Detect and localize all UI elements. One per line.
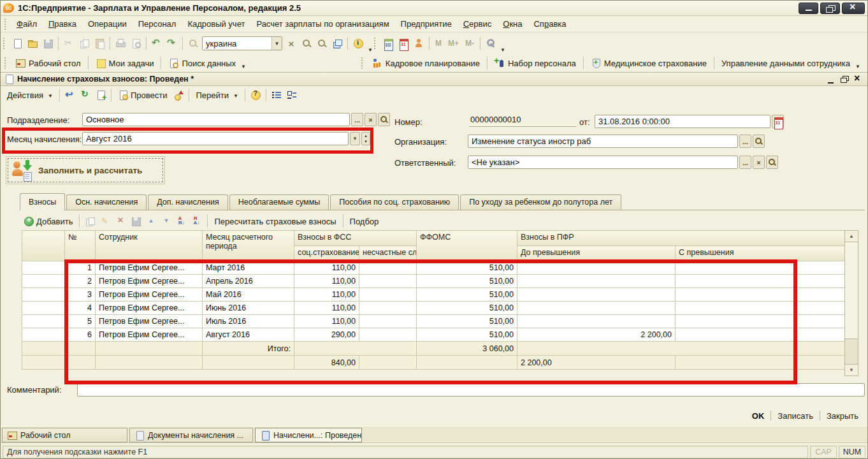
table-row[interactable]: 6 Петров Ефим Сергее...Август 2016 290,0… xyxy=(22,328,845,342)
taskbar-tab-desktop[interactable]: Рабочий стол xyxy=(2,428,127,442)
department-choose-button[interactable]: ... xyxy=(351,113,363,126)
menu-file[interactable]: Файл xyxy=(11,17,43,31)
goto-menu-button[interactable]: Перейти▼ xyxy=(192,89,242,101)
edit-row-button[interactable] xyxy=(98,214,113,229)
memory-recall-button[interactable]: M xyxy=(432,39,445,48)
find-button[interactable] xyxy=(185,36,201,51)
employee-data-button[interactable]: Управление данными сотрудника▼ xyxy=(717,55,865,71)
new-document-button[interactable] xyxy=(10,36,25,51)
tab-contributions[interactable]: Взносы xyxy=(20,193,65,210)
search-dropdown-button[interactable]: ▼ xyxy=(271,37,282,50)
memory-add-button[interactable]: M+ xyxy=(445,39,462,48)
end-edit-button[interactable] xyxy=(128,214,143,229)
document-settings-button[interactable] xyxy=(284,87,300,103)
responsible-clear-button[interactable]: × xyxy=(753,156,765,169)
organization-open-button[interactable] xyxy=(753,135,765,148)
table-row[interactable]: 2 Петров Ефим Сергее...Апрель 2016 110,0… xyxy=(22,275,845,288)
department-open-button[interactable] xyxy=(378,113,390,126)
table-row[interactable]: 4 Петров Ефим Сергее...Июнь 2016 110,00 … xyxy=(22,302,845,315)
scroll-up-icon[interactable]: ▲ xyxy=(845,231,858,242)
document-structure-button[interactable] xyxy=(269,87,284,103)
recruiting-button[interactable]: Набор персонала xyxy=(490,55,581,71)
minimize-window-button[interactable] xyxy=(799,3,818,14)
post-document-button[interactable]: Провести xyxy=(114,89,171,101)
taskbar-tab-accrual-documents[interactable]: Документы начисления ... xyxy=(129,428,253,442)
info-button[interactable] xyxy=(351,36,366,51)
desktop-panel-button[interactable]: Рабочий стол xyxy=(11,55,85,71)
help-button[interactable] xyxy=(248,87,263,103)
tab-social-benefits[interactable]: Пособия по соц. страхованию xyxy=(330,194,459,210)
find-previous-button[interactable] xyxy=(314,36,329,51)
menu-windows[interactable]: Окна xyxy=(497,17,528,31)
menu-enterprise[interactable]: Предприятие xyxy=(395,17,458,31)
scroll-down-icon[interactable]: ▼ xyxy=(845,364,858,375)
sort-ascending-button[interactable] xyxy=(174,214,189,229)
open-button[interactable] xyxy=(25,36,40,51)
print-preview-button[interactable] xyxy=(128,36,143,51)
table-row[interactable]: 3 Петров Ефим Сергее...Май 2016 110,00 5… xyxy=(22,288,845,302)
fill-and-calculate-button[interactable]: Заполнить и рассчитать xyxy=(6,156,165,184)
save-button[interactable] xyxy=(40,36,55,51)
close-button[interactable]: Закрыть xyxy=(820,409,865,423)
organization-field[interactable] xyxy=(468,135,738,148)
department-field[interactable] xyxy=(82,113,350,126)
month-dropdown-button[interactable]: ▼ xyxy=(350,132,360,145)
copy-windows-button[interactable] xyxy=(329,36,345,51)
undo-button[interactable] xyxy=(149,36,164,51)
taskbar-tab-current-document[interactable]: Начислени...: Проведен * xyxy=(255,428,362,442)
menu-service[interactable]: Сервис xyxy=(458,17,498,31)
cut-button[interactable] xyxy=(61,36,76,51)
move-row-down-button[interactable] xyxy=(159,214,174,229)
table-row[interactable]: 1 Петров Ефим Сергее...Март 2016 110,00 … xyxy=(22,261,845,275)
calendar-button[interactable] xyxy=(396,36,411,51)
paste-button[interactable] xyxy=(92,36,107,51)
scrollbar-thumb[interactable] xyxy=(845,242,858,339)
copy-row-button[interactable] xyxy=(82,214,98,229)
unpost-document-button[interactable] xyxy=(171,87,186,103)
copy-button[interactable] xyxy=(76,36,92,51)
hr-planning-button[interactable]: Кадровое планирование xyxy=(368,55,484,71)
add-row-button[interactable]: Добавить xyxy=(20,215,76,228)
service-settings-button[interactable] xyxy=(483,36,498,51)
recalculate-contributions-button[interactable]: Пересчитать страховые взносы xyxy=(210,217,340,226)
sort-descending-button[interactable] xyxy=(189,214,205,229)
pick-button[interactable]: Подбор xyxy=(346,217,383,226)
chevron-down-icon[interactable]: ▼ xyxy=(368,47,373,54)
restore-window-button[interactable] xyxy=(820,3,840,14)
restore-document-button[interactable] xyxy=(840,75,849,84)
calculator-button[interactable] xyxy=(380,36,396,51)
memory-subtract-button[interactable]: M- xyxy=(462,39,477,48)
move-row-up-button[interactable] xyxy=(143,214,159,229)
minimize-document-button[interactable] xyxy=(827,75,835,84)
organization-choose-button[interactable]: ... xyxy=(739,135,751,148)
grid-scrollbar[interactable]: ▲ ▼ xyxy=(844,230,858,376)
comment-field[interactable] xyxy=(77,383,865,397)
menu-payroll[interactable]: Расчет зарплаты по организациям xyxy=(250,17,394,31)
scrollbar-track[interactable] xyxy=(845,339,858,364)
actions-menu-button[interactable]: Действия▼ xyxy=(3,89,57,101)
print-button[interactable] xyxy=(113,36,128,51)
find-next-button[interactable] xyxy=(299,36,314,51)
date-calendar-button[interactable] xyxy=(772,115,784,128)
document-date-field[interactable] xyxy=(595,115,770,128)
responsible-open-button[interactable] xyxy=(766,156,778,169)
ok-button[interactable]: OK xyxy=(746,409,771,423)
data-search-button[interactable]: Поиск данных▼ xyxy=(164,55,250,71)
menu-personnel[interactable]: Персонал xyxy=(133,17,182,31)
medical-insurance-button[interactable]: Медицинское страхование xyxy=(586,55,711,71)
refresh-button[interactable] xyxy=(78,87,93,103)
clear-search-button[interactable]: × xyxy=(284,36,299,51)
responsible-choose-button[interactable]: ... xyxy=(739,156,751,169)
delete-row-button[interactable] xyxy=(113,214,128,229)
user-permissions-button[interactable] xyxy=(411,36,426,51)
my-tasks-button[interactable]: Мои задачи xyxy=(91,55,159,71)
reread-button[interactable] xyxy=(62,87,78,103)
tab-childcare-benefits[interactable]: По уходу за ребенком до полутора лет xyxy=(460,194,621,210)
redo-button[interactable] xyxy=(164,36,180,51)
menu-hr-records[interactable]: Кадровый учет xyxy=(182,17,250,31)
month-spinner[interactable]: ▲▼ xyxy=(361,132,370,145)
chevron-down-icon[interactable]: ▼ xyxy=(500,47,505,54)
search-input[interactable] xyxy=(203,38,271,49)
tab-nontaxable-amounts[interactable]: Необлагаемые суммы xyxy=(229,194,329,210)
save-button[interactable]: Записать xyxy=(771,409,820,423)
